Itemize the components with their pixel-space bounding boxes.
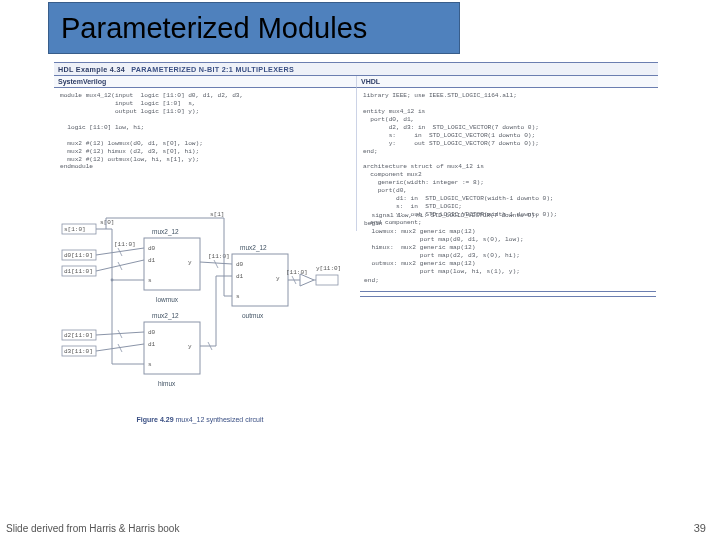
svg-line-45 <box>214 260 218 268</box>
svg-text:y[11:0]: y[11:0] <box>316 265 340 272</box>
code-columns: SystemVerilog module mux4_12(input logic… <box>54 76 658 231</box>
svg-text:s[0]: s[0] <box>100 219 114 226</box>
vhdl-header: VHDL <box>356 76 658 88</box>
example-number: HDL Example 4.34 <box>58 65 125 74</box>
svg-text:s: s <box>236 293 240 300</box>
svg-text:d1: d1 <box>148 257 156 264</box>
footer-attribution: Slide derived from Harris & Harris book <box>6 523 179 534</box>
svg-text:outmux: outmux <box>242 312 264 319</box>
svg-text:y: y <box>188 343 192 350</box>
svg-text:[11:0]: [11:0] <box>208 253 230 260</box>
section-end-rule <box>360 291 656 297</box>
svg-text:d0: d0 <box>148 245 156 252</box>
schematic-svg: s[1:0] d0[11:0] d1[11:0] d2[11:0] d3[11:… <box>60 210 340 410</box>
svg-text:d0[11:0]: d0[11:0] <box>64 252 93 259</box>
figure-text: mux4_12 synthesized circuit <box>175 416 263 423</box>
slide-title: Parameterized Modules <box>61 12 367 45</box>
svg-rect-32 <box>316 275 338 285</box>
svg-text:mux2_12: mux2_12 <box>152 228 179 236</box>
svg-text:d3[11:0]: d3[11:0] <box>64 348 93 355</box>
svg-text:lowmux: lowmux <box>156 296 179 303</box>
example-header: HDL Example 4.34 PARAMETERIZED N-BIT 2:1… <box>54 62 658 76</box>
sv-code: module mux4_12(input logic [11:0] d0, d1… <box>60 92 350 171</box>
sv-header: SystemVerilog <box>54 76 356 88</box>
svg-text:himux: himux <box>158 380 176 387</box>
slide-number: 39 <box>694 522 706 534</box>
vhdl-code-top: library IEEE; use IEEE.STD_LOGIC_1164.al… <box>363 92 652 227</box>
svg-text:d1[11:0]: d1[11:0] <box>64 268 93 275</box>
svg-text:s: s <box>148 277 152 284</box>
svg-text:y: y <box>188 259 192 266</box>
svg-text:d2[11:0]: d2[11:0] <box>64 332 93 339</box>
vhdl-continuation: signal low, hi: STD_LOGIC_VECTOR(7 downt… <box>360 210 656 297</box>
svg-text:d0: d0 <box>236 261 244 268</box>
svg-text:[11:0]: [11:0] <box>114 241 136 248</box>
slide-title-box: Parameterized Modules <box>48 2 460 54</box>
example-name: PARAMETERIZED N-BIT 2:1 MULTIPLEXERS <box>131 65 294 74</box>
vhdl-column: VHDL library IEEE; use IEEE.STD_LOGIC_11… <box>356 76 658 231</box>
sv-column: SystemVerilog module mux4_12(input logic… <box>54 76 356 231</box>
svg-text:s[1:0]: s[1:0] <box>64 226 86 233</box>
figure-caption: Figure 4.29 mux4_12 synthesized circuit <box>60 416 340 423</box>
svg-text:y: y <box>276 275 280 282</box>
svg-text:s: s <box>148 361 152 368</box>
svg-text:d0: d0 <box>148 329 156 336</box>
figure-number: Figure 4.29 <box>137 416 174 423</box>
svg-text:mux2_12: mux2_12 <box>152 312 179 320</box>
svg-text:d1: d1 <box>236 273 244 280</box>
svg-text:s[1]: s[1] <box>210 211 224 218</box>
svg-text:mux2_12: mux2_12 <box>240 244 267 252</box>
schematic: s[1:0] d0[11:0] d1[11:0] d2[11:0] d3[11:… <box>60 210 340 423</box>
vhdl-code-bottom: signal low, hi: STD_LOGIC_VECTOR(7 downt… <box>360 210 656 287</box>
svg-text:[11:0]: [11:0] <box>286 269 308 276</box>
svg-text:d1: d1 <box>148 341 156 348</box>
sv-body: module mux4_12(input logic [11:0] d0, d1… <box>54 88 356 175</box>
svg-point-43 <box>111 279 114 282</box>
